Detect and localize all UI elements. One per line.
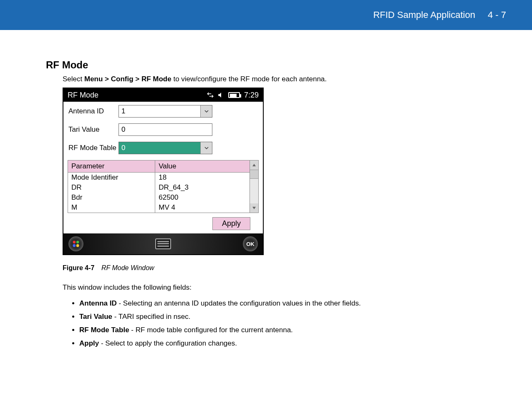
header-title: RFID Sample Application: [373, 10, 475, 20]
battery-icon: [228, 92, 242, 98]
content: RF Mode Select Menu > Config > RF Mode t…: [0, 30, 532, 348]
row-antenna-id: Antenna ID 1: [63, 102, 263, 120]
rfmode-table-dropdown[interactable]: 0: [119, 142, 212, 154]
intro-menupath: Menu > Config > RF Mode: [84, 75, 171, 83]
apply-button[interactable]: Apply: [212, 217, 250, 230]
th-value: Value: [155, 160, 250, 173]
status-bar: RF Mode 7:29: [63, 88, 263, 102]
clock-time: 7:29: [244, 91, 259, 100]
speaker-icon: [217, 91, 225, 99]
tari-value-input[interactable]: [119, 123, 212, 136]
parameter-table-wrap: Parameter Value Mode Identifier 18 DR DR…: [68, 160, 259, 213]
bullet-text: - Select to apply the configuration chan…: [99, 339, 237, 347]
parameter-table: Parameter Value Mode Identifier 18 DR DR…: [68, 160, 250, 213]
bullet-text: - TARI specified in nsec.: [112, 313, 190, 321]
table-row: Mode Identifier 18: [68, 173, 250, 183]
page-header: RFID Sample Application 4 - 7: [0, 0, 532, 30]
antenna-id-label: Antenna ID: [68, 107, 119, 115]
cell-param: Mode Identifier: [68, 173, 155, 183]
cell-value: MV 4: [155, 203, 250, 213]
ok-button[interactable]: OK: [243, 236, 258, 251]
bullet-label: Antenna ID: [79, 299, 117, 307]
chevron-down-icon: [200, 105, 212, 117]
bullet-text: - Selecting an antenna ID updates the co…: [117, 299, 361, 307]
row-rfmode-table: RF Mode Table 0: [63, 138, 263, 157]
field-list: Antenna ID - Selecting an antenna ID upd…: [71, 299, 532, 348]
svg-point-2: [73, 244, 76, 247]
table-row: DR DR_64_3: [68, 183, 250, 193]
rfmode-table-value: 0: [119, 142, 200, 154]
bottom-bar: OK: [63, 233, 263, 254]
figure-label: Figure 4-7: [63, 264, 94, 271]
scroll-up-icon[interactable]: [250, 160, 258, 170]
cell-param: M: [68, 203, 155, 213]
cell-value: DR_64_3: [155, 183, 250, 193]
antenna-id-value: 1: [119, 105, 200, 117]
device-screenshot: RF Mode 7:29 Antenna ID 1 Tari Value: [63, 88, 264, 255]
svg-point-0: [73, 241, 76, 244]
svg-point-3: [76, 244, 79, 247]
list-item: Antenna ID - Selecting an antenna ID upd…: [79, 299, 507, 308]
page-number: 4 - 7: [488, 10, 506, 20]
ok-label: OK: [246, 241, 255, 247]
table-row: M MV 4: [68, 203, 250, 213]
list-item: RF Mode Table - RF mode table configured…: [79, 326, 507, 334]
figure-caption: Figure 4-7 RF Mode Window: [63, 264, 532, 272]
chevron-down-icon: [200, 142, 212, 154]
description-text: This window includes the following field…: [63, 283, 532, 292]
svg-point-1: [76, 241, 79, 244]
table-scrollbar[interactable]: [250, 160, 259, 213]
row-tari-value: Tari Value: [63, 120, 263, 138]
figure-title: RF Mode Window: [101, 264, 154, 271]
cell-value: 18: [155, 173, 250, 183]
list-item: Apply - Select to apply the configuratio…: [79, 339, 507, 348]
antenna-id-dropdown[interactable]: 1: [119, 105, 212, 118]
table-row: Bdr 62500: [68, 193, 250, 203]
cell-param: DR: [68, 183, 155, 193]
scroll-thumb[interactable]: [250, 170, 258, 179]
scroll-down-icon[interactable]: [250, 203, 258, 213]
rfmode-table-label: RF Mode Table: [68, 144, 119, 152]
sync-icon: [207, 91, 214, 99]
bullet-label: Apply: [79, 339, 99, 347]
tari-value-label: Tari Value: [68, 125, 119, 134]
intro-suffix: to view/configure the RF mode for each a…: [171, 75, 327, 83]
bullet-text: - RF mode table configured for the curre…: [129, 326, 293, 334]
keyboard-button[interactable]: [155, 238, 171, 249]
scroll-track: [250, 179, 258, 203]
intro-prefix: Select: [63, 75, 84, 83]
section-heading: RF Mode: [46, 59, 532, 71]
list-item: Tari Value - TARI specified in nsec.: [79, 313, 507, 321]
window-title: RF Mode: [68, 91, 98, 100]
bullet-label: Tari Value: [79, 313, 112, 321]
cell-param: Bdr: [68, 193, 155, 203]
start-button[interactable]: [68, 236, 83, 251]
bullet-label: RF Mode Table: [79, 326, 129, 334]
th-parameter: Parameter: [68, 160, 155, 173]
cell-value: 62500: [155, 193, 250, 203]
intro-text: Select Menu > Config > RF Mode to view/c…: [63, 75, 532, 83]
